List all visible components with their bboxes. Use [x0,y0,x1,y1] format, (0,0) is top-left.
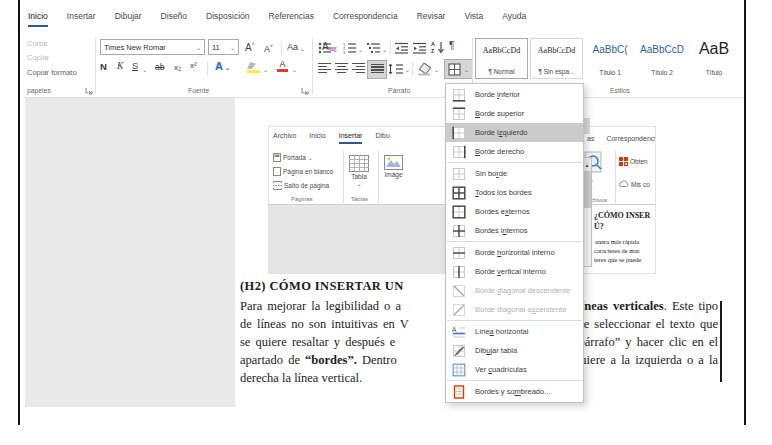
style-titulo[interactable]: AaB Título [689,38,739,79]
grow-font-button[interactable]: A˄ [245,41,255,53]
menu-item-dibujar-tabla[interactable]: Dibujar tabla [446,341,583,360]
strikethrough-button[interactable]: ab [155,62,164,72]
copy-button[interactable]: Copiar [27,53,49,62]
embedded-salto-pagina-button: Salto de página [273,181,329,190]
menu-separator [447,320,582,321]
font-size-combobox[interactable]: 11⌄ [208,39,239,55]
shading-button[interactable] [417,62,432,80]
menu-item-borde-vertical-interno[interactable]: Borde vertical interno [446,262,583,281]
picture-icon [384,155,403,170]
tab-vista[interactable]: Vista [464,11,483,27]
tab-diseno[interactable]: Diseño [161,11,187,27]
text-effects-button[interactable]: A⌄ [215,60,230,72]
chevron-down-icon[interactable]: ⌄ [263,66,268,73]
tab-referencias[interactable]: Referencias [269,11,314,27]
clipboard-dialog-launcher-icon[interactable] [85,87,93,95]
tab-revisar[interactable]: Revisar [417,11,446,27]
menu-item-borde-izquierdo[interactable]: Borde izquierdo [446,123,583,142]
tab-insertar[interactable]: Insertar [67,11,96,27]
embedded-portada-button: Portada⌄ [273,153,313,162]
group-divider [312,38,313,94]
menu-item-bordes-externos[interactable]: Bordes externos [446,202,583,221]
chevron-down-icon[interactable]: ⌄ [382,46,387,53]
style-titulo-1[interactable]: AaBbC( Título 1 [585,38,635,79]
menu-item-borde-inferior[interactable]: Borde inferior [446,85,583,104]
scroll-up-arrow-icon: ▲ [583,158,591,172]
border-none-icon [452,167,466,181]
menu-item-todos-los-bordes[interactable]: Todos los bordes [446,183,583,202]
embedded-mis-complementos-button: Mis co [619,180,650,188]
tab-ayuda[interactable]: Ayuda [502,11,526,27]
menu-separator [447,162,582,163]
embedded-tabla-button: Tabla ⌄ [349,155,369,187]
chevron-down-icon[interactable]: ⌄ [405,66,410,73]
tab-correspondencia[interactable]: Correspondencia [333,11,398,27]
embedded-tab-archivo: Archivo [273,132,296,144]
borders-button[interactable]: ⌄ [444,59,473,79]
line-spacing-button[interactable] [388,61,404,79]
increase-indent-icon[interactable] [413,42,427,54]
style-sin-espaciado[interactable]: AaBbCcDd ¶ Sin espa... [530,38,583,79]
clipboard-group-label: papeles [27,87,51,94]
highlight-button[interactable] [247,62,260,73]
align-left-button[interactable] [318,63,331,75]
menu-item-borde-derecho[interactable]: Borde derecho [446,142,583,161]
embedded-tab-dibujar: Dibu [375,132,389,144]
border-inside-icon [452,224,466,238]
chevron-down-icon[interactable]: ⌄ [358,46,363,53]
underline-button[interactable]: S [132,61,138,71]
font-name-combobox[interactable]: Times New Romar⌄ [100,39,205,55]
menu-item-borde-superior[interactable]: Borde superior [446,104,583,123]
chevron-down-icon[interactable]: ⌄ [292,66,297,73]
bold-button[interactable]: N [100,61,107,72]
group-divider [95,38,96,94]
style-normal[interactable]: AaBbCcDd ¶ Normal [475,38,528,79]
justify-button[interactable] [367,60,387,79]
multilevel-list-icon[interactable] [367,42,381,54]
blank-page-icon [273,167,281,176]
chevron-down-icon[interactable]: ⌄ [434,66,439,73]
change-case-button[interactable]: Aa⌄ [287,42,305,52]
embedded-tab-bar-right: asCorrespondenci [587,135,656,142]
italic-button[interactable]: K [117,61,123,71]
menu-item-ver-cuadriculas[interactable]: Ver cuadrículas [446,360,583,379]
border-top-icon [452,107,466,121]
align-right-button[interactable] [352,63,365,75]
document-background-panel [25,98,235,407]
menu-item-borde-horizontal-interno[interactable]: Borde horizontal interno [446,243,583,262]
align-center-button[interactable] [335,63,348,73]
shrink-font-button[interactable]: A˅ [264,43,273,54]
border-left-icon [452,126,466,140]
tab-inicio[interactable]: Inicio [28,11,48,27]
chevron-down-icon[interactable]: ⌄ [142,66,147,73]
tab-dibujar[interactable]: Dibujar [115,11,142,27]
embedded-imagen-button: Imáge [384,155,403,178]
tab-disposicion[interactable]: Disposición [206,11,249,27]
menu-item-bordes-internos[interactable]: Bordes internos [446,221,583,240]
pilcrow-button[interactable]: ¶ [449,40,454,51]
cut-button[interactable]: Cortar [27,39,48,48]
menu-separator [447,241,582,242]
decrease-indent-icon[interactable] [395,42,409,54]
highlight-color-bar [247,70,260,73]
superscript-button[interactable]: x² [190,61,197,70]
sort-arrow-icon [438,42,445,54]
chevron-down-icon: ⌄ [225,64,230,71]
figure-border-right [744,0,746,425]
figure: Inicio Insertar Dibujar Diseño Disposici… [0,0,772,445]
divider [390,41,391,55]
menu-item-linea-horizontal[interactable]: A Línea horizontal [446,322,583,341]
chevron-down-icon[interactable]: ⌄ [333,46,338,53]
subscript-button[interactable]: x₂ [174,63,181,72]
bullet-list-icon[interactable] [318,42,332,54]
menu-item-bordes-y-sombreado[interactable]: Bordes y sombreado... [446,382,583,401]
format-painter-button[interactable]: Copiar formato [27,68,77,77]
sort-button[interactable]: A Z [431,41,445,55]
embedded-tab-bar: Archivo Inicio Insertar Dibu [273,132,390,144]
menu-item-sin-borde[interactable]: Sin borde [446,164,583,183]
page-break-icon [273,181,282,190]
style-titulo-2[interactable]: AaBbCcD Título 2 [637,38,687,79]
numbered-list-icon[interactable]: 123 [343,42,357,54]
font-dialog-launcher-icon[interactable] [301,87,309,95]
font-color-button[interactable]: A [277,60,288,72]
